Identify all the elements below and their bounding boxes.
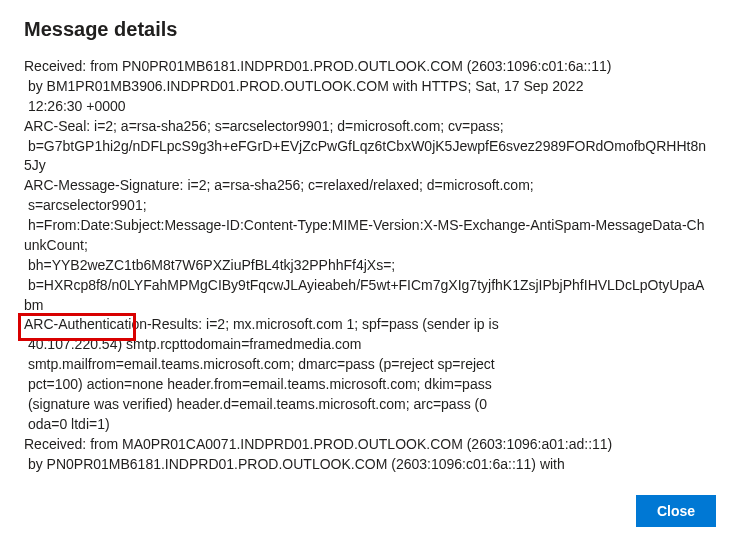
message-body-container: Received: from PN0PR01MB6181.INDPRD01.PR… [24, 57, 716, 477]
message-headers-text[interactable]: Received: from PN0PR01MB6181.INDPRD01.PR… [24, 57, 716, 477]
dialog-title: Message details [24, 18, 716, 41]
dialog-footer: Close [24, 477, 716, 527]
message-details-dialog: Message details Received: from PN0PR01MB… [0, 0, 740, 539]
close-button[interactable]: Close [636, 495, 716, 527]
